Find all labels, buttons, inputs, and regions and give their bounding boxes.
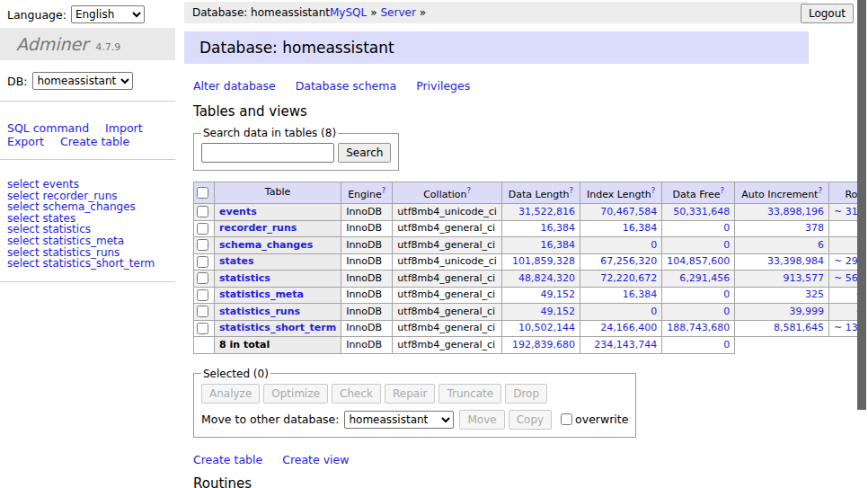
row-checkbox[interactable]	[197, 272, 208, 284]
selected-action-button[interactable]: Drop	[505, 384, 547, 404]
sidebar-action-link[interactable]: SQL command	[7, 121, 89, 135]
table-link[interactable]: statistics_runs	[219, 306, 300, 317]
breadcrumb-link[interactable]: MySQL	[330, 6, 367, 19]
row-checkbox[interactable]	[197, 256, 208, 268]
collation-value: utf8mb4_general_ci	[393, 287, 501, 304]
row-checkbox[interactable]	[197, 289, 208, 301]
data-length-value[interactable]: 49,152	[501, 287, 580, 304]
create-link[interactable]: Create table	[193, 453, 262, 466]
table-link[interactable]: states	[219, 255, 254, 267]
table-row: statistics_meta InnoDB utf8mb4_general_c…	[194, 287, 868, 304]
data-length-value[interactable]: 101,859,328	[501, 253, 580, 271]
data-length-value[interactable]: 10,502,144	[501, 320, 580, 337]
table-link[interactable]: recorder_runs	[219, 222, 297, 234]
selected-action-button[interactable]: Truncate	[438, 384, 501, 404]
data-free-value[interactable]: 0	[662, 237, 735, 254]
table-link[interactable]: statistics_short_term	[219, 322, 336, 333]
totals-row: 8 in total InnoDB utf8mb4_general_ci 192…	[194, 337, 868, 354]
language-select[interactable]: English	[71, 5, 145, 23]
app-version: 4.7.9	[95, 41, 120, 53]
search-button[interactable]: Search	[338, 143, 391, 163]
data-free-value[interactable]: 104,857,600	[662, 253, 735, 271]
data-length-value[interactable]: 31,522,816	[501, 204, 580, 221]
auto-increment-value[interactable]: 39,999	[735, 304, 829, 321]
create-link[interactable]: Create view	[282, 453, 349, 466]
sidebar-actions: SQL command Import Export Create table	[0, 113, 175, 160]
sidebar-action-link[interactable]: Export	[7, 135, 44, 148]
selected-fieldset: Selected (0) AnalyzeOptimizeCheckRepairT…	[193, 368, 636, 438]
logout-button[interactable]: Logout	[801, 4, 854, 23]
data-length-value[interactable]: 49,152	[501, 304, 580, 321]
row-checkbox[interactable]	[197, 323, 208, 334]
index-length-value[interactable]: 16,384	[580, 287, 662, 304]
index-length-value[interactable]: 72,220,672	[580, 271, 662, 288]
table-link[interactable]: statistics_meta	[219, 288, 304, 300]
app-title-bar: Adminer 4.7.9	[0, 28, 175, 60]
column-header: Auto Increment?	[735, 182, 829, 204]
database-action-link[interactable]: Privileges	[416, 79, 470, 93]
row-checkbox[interactable]	[197, 306, 208, 317]
engine-value: InnoDB	[341, 271, 393, 288]
auto-increment-value[interactable]: 913,577	[735, 271, 829, 288]
help-link[interactable]: ?	[467, 186, 472, 195]
data-free-value[interactable]: 0	[662, 220, 735, 237]
row-checkbox[interactable]	[197, 239, 208, 251]
table-link[interactable]: events	[219, 206, 257, 217]
breadcrumb-separator: »	[420, 6, 426, 19]
auto-increment-value[interactable]: 8,581,645	[735, 320, 829, 337]
sidebar-action-link[interactable]: Create table	[60, 135, 129, 148]
selected-action-button[interactable]: Analyze	[201, 384, 260, 404]
help-link[interactable]: ?	[721, 186, 725, 195]
index-length-value[interactable]: 16,384	[580, 220, 662, 237]
breadcrumb-link[interactable]: Server	[381, 6, 416, 19]
row-checkbox[interactable]	[197, 206, 208, 217]
select-all-checkbox[interactable]	[197, 187, 208, 199]
auto-increment-value[interactable]: 6	[735, 237, 829, 254]
scrollbar[interactable]	[857, 0, 868, 488]
tables-section-title: Tables and views	[193, 103, 809, 120]
index-length-value[interactable]: 70,467,584	[580, 204, 662, 221]
index-length-value[interactable]: 0	[580, 237, 662, 254]
data-free-value[interactable]: 50,331,648	[662, 204, 735, 221]
scrollbar-thumb[interactable]	[857, 0, 866, 410]
auto-increment-value[interactable]: 33,398,984	[735, 253, 829, 271]
index-length-value[interactable]: 0	[580, 304, 662, 321]
index-length-value[interactable]: 24,166,400	[580, 320, 662, 337]
move-db-select[interactable]: homeassistant	[344, 411, 454, 429]
move-copy-button[interactable]: Move	[459, 410, 504, 430]
sidebar-action-link[interactable]: Import	[105, 121, 143, 135]
auto-increment-value[interactable]: 378	[735, 220, 829, 237]
select-link[interactable]: select	[7, 257, 40, 270]
help-link[interactable]: ?	[818, 186, 822, 195]
data-free-value[interactable]: 6,291,456	[662, 271, 735, 288]
data-length-value[interactable]: 16,384	[501, 220, 580, 237]
table-link[interactable]: schema_changes	[219, 239, 313, 251]
collation-value: utf8mb4_general_ci	[393, 237, 501, 254]
move-copy-button[interactable]: Copy	[509, 410, 552, 430]
help-link[interactable]: ?	[382, 186, 386, 195]
data-free-value[interactable]: 0	[662, 304, 735, 321]
content: Database: homeassistantMySQL»Server» Dat…	[184, 2, 809, 488]
auto-increment-value[interactable]: 33,898,196	[735, 204, 829, 221]
overwrite-checkbox[interactable]	[561, 413, 572, 425]
help-link[interactable]: ?	[570, 186, 574, 195]
data-free-value[interactable]: 188,743,680	[662, 320, 735, 337]
database-action-link[interactable]: Alter database	[193, 79, 276, 93]
data-free-value[interactable]: 0	[662, 287, 735, 304]
db-select[interactable]: homeassistant	[32, 72, 133, 90]
selected-action-button[interactable]: Repair	[385, 384, 435, 404]
data-length-value[interactable]: 16,384	[501, 237, 580, 254]
selected-action-button[interactable]: Optimize	[263, 384, 328, 404]
help-link[interactable]: ?	[651, 186, 656, 195]
app-name[interactable]: Adminer	[16, 34, 88, 54]
database-action-link[interactable]: Database schema	[296, 79, 396, 93]
auto-increment-value[interactable]: 325	[735, 287, 829, 304]
table-row: recorder_runs InnoDB utf8mb4_general_ci …	[194, 220, 868, 237]
search-input[interactable]	[201, 143, 334, 163]
selected-action-button[interactable]: Check	[332, 384, 381, 404]
row-checkbox[interactable]	[197, 223, 208, 235]
data-length-value[interactable]: 48,824,320	[501, 271, 580, 288]
table-name-link[interactable]: statistics_short_term	[42, 257, 155, 270]
index-length-value[interactable]: 67,256,320	[580, 253, 662, 271]
table-link[interactable]: statistics	[219, 272, 270, 284]
